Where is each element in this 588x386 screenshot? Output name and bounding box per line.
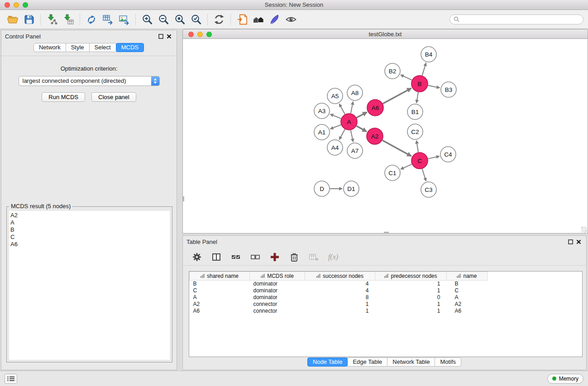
close-panel-button[interactable] [165, 32, 173, 40]
tab-network[interactable]: Network [33, 43, 66, 52]
edge-A-A1[interactable] [330, 125, 341, 129]
search-input[interactable] [462, 16, 579, 23]
search-field[interactable] [449, 14, 583, 24]
resize-grip[interactable] [581, 227, 587, 233]
edge-C-C2[interactable] [416, 141, 418, 152]
open-recent-button[interactable] [234, 11, 250, 28]
zoom-in-button[interactable] [139, 11, 155, 28]
edge-B-B4[interactable] [422, 63, 426, 76]
node-B2[interactable]: B2 [385, 63, 400, 79]
new-network-button[interactable] [83, 11, 100, 28]
result-item[interactable]: B [10, 226, 168, 234]
node-A1[interactable]: A1 [314, 124, 330, 140]
edge-A-A4[interactable] [339, 129, 345, 140]
close-panel-action-button[interactable]: Close panel [91, 92, 136, 102]
home-button[interactable] [250, 11, 267, 28]
network-window-titlebar[interactable]: testGlobe.txt [182, 29, 588, 39]
node-A6[interactable]: A6 [367, 100, 383, 116]
apply-layout-button[interactable] [211, 11, 227, 28]
optimization-select[interactable]: largest connected component (directed) [19, 76, 160, 86]
table-row[interactable]: Cdominator41C [190, 287, 488, 294]
open-file-button[interactable] [5, 11, 21, 28]
result-item[interactable]: A [10, 219, 168, 226]
column-header-successor-nodes[interactable]: successor nodes [305, 272, 375, 281]
edge-A-A2[interactable] [357, 126, 367, 131]
node-A3[interactable]: A3 [314, 103, 330, 119]
import-network-button[interactable] [44, 11, 60, 28]
edge-A-A5[interactable] [339, 104, 345, 114]
edge-C-C1[interactable] [401, 164, 411, 169]
node-A5[interactable]: A5 [327, 88, 343, 104]
table-row[interactable]: A6connector11A6 [190, 308, 488, 315]
network-from-image-button[interactable] [116, 11, 132, 28]
import-table-button[interactable] [60, 11, 76, 28]
vertical-scrollbar[interactable] [183, 196, 184, 201]
function-builder-button[interactable]: f(x) [327, 250, 339, 264]
edge-A-A3[interactable] [330, 114, 341, 119]
edge-B-B1[interactable] [416, 92, 418, 103]
horizontal-scrollbar[interactable] [384, 232, 389, 233]
close-table-panel-button[interactable] [574, 238, 583, 246]
node-B3[interactable]: B3 [441, 82, 456, 97]
network-close-button[interactable] [188, 32, 194, 37]
result-item[interactable]: A6 [10, 241, 168, 248]
node-A2[interactable]: A2 [367, 128, 383, 144]
memory-button[interactable]: Memory [547, 374, 583, 384]
node-B[interactable]: B [411, 76, 428, 92]
result-item[interactable]: C [10, 234, 168, 241]
deselect-all-button[interactable] [249, 250, 261, 264]
node-D1[interactable]: D1 [344, 181, 359, 196]
network-maximize-button[interactable] [206, 32, 212, 37]
column-header-predecessor-nodes[interactable]: predecessor nodes [375, 272, 447, 281]
tab-node-table[interactable]: Node Table [307, 357, 348, 367]
network-from-table-button[interactable] [100, 11, 116, 28]
node-C1[interactable]: C1 [385, 165, 400, 181]
edge-B-B2[interactable] [401, 75, 412, 80]
save-session-button[interactable] [21, 11, 37, 28]
node-A4[interactable]: A4 [327, 140, 343, 155]
column-header-name[interactable]: name [447, 272, 488, 281]
fullscreen-window-button[interactable] [23, 2, 28, 8]
zoom-fit-button[interactable] [172, 11, 188, 28]
delete-column-button[interactable] [288, 250, 300, 264]
tab-style[interactable]: Style [66, 43, 90, 52]
mcds-result-list[interactable]: A2ABCA6 [9, 211, 170, 360]
table-row[interactable]: Bdominator41B [190, 281, 488, 287]
column-header-shared-name[interactable]: shared name [190, 272, 250, 281]
add-column-button[interactable] [269, 250, 281, 264]
close-window-button[interactable] [5, 2, 10, 8]
node-table-container[interactable]: shared nameMCDS rolesuccessor nodesprede… [189, 271, 583, 357]
zoom-selected-button[interactable] [188, 11, 204, 28]
node-C2[interactable]: C2 [407, 124, 423, 139]
tab-mcds[interactable]: MCDS [116, 43, 144, 52]
float-panel-button[interactable] [157, 32, 165, 40]
edge-A6-B[interactable] [383, 88, 411, 104]
zoom-out-button[interactable] [155, 11, 172, 28]
show-columns-button[interactable] [210, 250, 222, 264]
minimize-window-button[interactable] [14, 2, 19, 8]
float-table-panel-button[interactable] [566, 238, 574, 246]
tab-network-table[interactable]: Network Table [387, 357, 435, 367]
edge-A-A6[interactable] [357, 112, 367, 118]
network-canvas[interactable]: B4B2BB3A5A8A6B1A3AC2A1A2A4A7C4CC1DD1C3 [182, 39, 588, 234]
edge-A-A7[interactable] [351, 130, 353, 142]
node-C4[interactable]: C4 [440, 147, 456, 162]
table-row[interactable]: A2connector11A2 [190, 301, 488, 308]
node-A8[interactable]: A8 [347, 85, 363, 100]
edge-A2-C[interactable] [382, 140, 411, 156]
delete-table-button[interactable] [308, 250, 320, 264]
run-mcds-button[interactable]: Run MCDS [42, 92, 85, 102]
select-all-button[interactable] [230, 250, 242, 264]
node-C[interactable]: C [411, 152, 428, 169]
tab-select[interactable]: Select [89, 43, 116, 52]
column-header-mcds-role[interactable]: MCDS role [250, 272, 305, 281]
node-A7[interactable]: A7 [347, 143, 363, 158]
table-settings-button[interactable] [191, 250, 203, 264]
edge-B-B3[interactable] [428, 86, 440, 88]
node-A[interactable]: A [341, 114, 357, 130]
node-D[interactable]: D [314, 181, 330, 196]
tab-motifs[interactable]: Motifs [435, 357, 461, 367]
table-row[interactable]: Adominator80A [190, 294, 488, 301]
node-C3[interactable]: C3 [421, 182, 436, 197]
edge-A-A8[interactable] [351, 102, 353, 114]
